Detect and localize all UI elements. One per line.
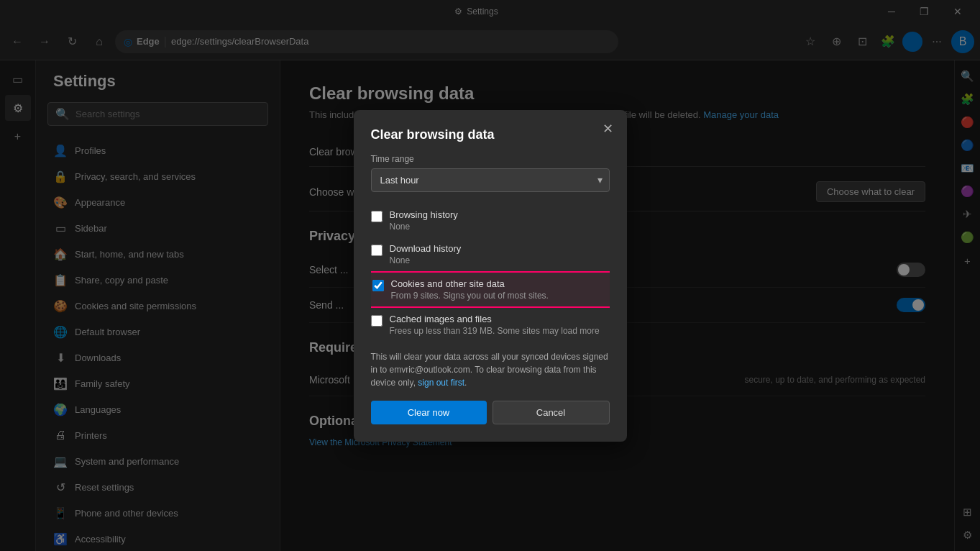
browsing-history-text: Browsing history None	[390, 209, 458, 232]
clear-browsing-data-dialog: Clear browsing data ✕ Time range Last ho…	[354, 110, 627, 442]
clear-now-button[interactable]: Clear now	[371, 401, 487, 424]
cached-item: Cached images and files Frees up less th…	[371, 308, 610, 342]
dialog-close-button[interactable]: ✕	[598, 119, 618, 139]
download-history-sub: None	[390, 255, 462, 265]
download-history-item: Download history None	[371, 237, 610, 271]
cancel-button[interactable]: Cancel	[493, 401, 610, 424]
cached-sub: Frees up less than 319 MB. Some sites ma…	[390, 326, 600, 336]
download-history-text: Download history None	[390, 243, 462, 265]
browsing-history-checkbox[interactable]	[371, 211, 383, 222]
dialog-buttons: Clear now Cancel	[371, 401, 610, 424]
browsing-history-label: Browsing history	[390, 209, 458, 220]
download-history-label: Download history	[390, 243, 462, 254]
time-range-label: Time range	[371, 154, 610, 164]
dialog-title: Clear browsing data	[371, 127, 610, 142]
cached-label: Cached images and files	[390, 314, 600, 324]
time-range-select[interactable]: Last hour Last 24 hours Last 7 days Last…	[371, 168, 610, 192]
time-range-select-wrapper: Last hour Last 24 hours Last 7 days Last…	[371, 168, 610, 192]
cached-text: Cached images and files Frees up less th…	[390, 314, 600, 336]
cached-checkbox[interactable]	[371, 315, 383, 327]
sign-out-link[interactable]: sign out first	[418, 378, 464, 388]
cookies-item: Cookies and other site data From 9 sites…	[371, 271, 610, 308]
dialog-overlay: Clear browsing data ✕ Time range Last ho…	[0, 0, 980, 551]
cookies-sub: From 9 sites. Signs you out of most site…	[391, 291, 549, 301]
download-history-checkbox[interactable]	[371, 245, 383, 256]
browsing-history-item: Browsing history None	[371, 204, 610, 237]
sync-notice: This will clear your data across all you…	[371, 350, 610, 389]
cookies-checkbox[interactable]	[372, 280, 384, 291]
cookies-label: Cookies and other site data	[391, 278, 549, 289]
dialog-scroll-area: Browsing history None Download history N…	[371, 204, 610, 342]
cookies-text: Cookies and other site data From 9 sites…	[391, 278, 549, 301]
browsing-history-sub: None	[390, 222, 458, 232]
